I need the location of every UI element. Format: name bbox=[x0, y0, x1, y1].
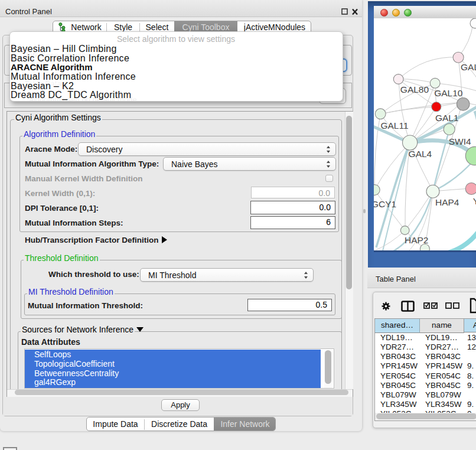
svg-text:GAL1: GAL1 bbox=[435, 113, 459, 123]
svg-text:HAP4: HAP4 bbox=[435, 197, 459, 207]
svg-text:GAL10: GAL10 bbox=[434, 88, 463, 98]
svg-text:GAL4: GAL4 bbox=[409, 149, 432, 159]
svg-text:GAL11: GAL11 bbox=[380, 120, 408, 131]
svg-text:SWI4: SWI4 bbox=[449, 136, 471, 146]
svg-text:GAL80: GAL80 bbox=[400, 84, 429, 94]
svg-text:HAP2: HAP2 bbox=[405, 235, 429, 245]
svg-text:GAL2: GAL2 bbox=[461, 62, 476, 72]
svg-text:GCY1: GCY1 bbox=[374, 199, 396, 209]
svg-text:Y: Y bbox=[473, 196, 476, 206]
